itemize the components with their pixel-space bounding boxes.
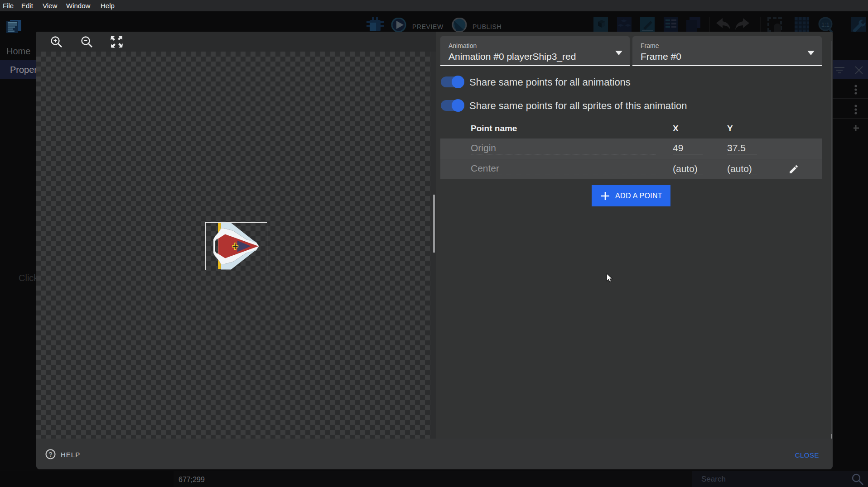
svg-text:?: ? xyxy=(49,451,53,458)
svg-text:1:1: 1:1 xyxy=(821,21,829,28)
